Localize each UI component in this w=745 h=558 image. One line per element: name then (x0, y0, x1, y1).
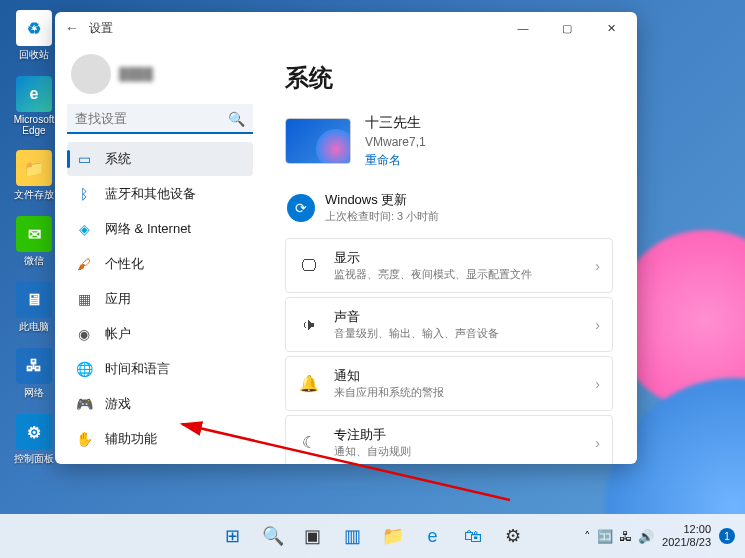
control-panel-icon: ⚙ (16, 414, 52, 450)
sidebar-item-2[interactable]: ◈ 网络 & Internet (67, 212, 253, 246)
desktop-icon-file-storage[interactable]: 📁 文件存放 (10, 150, 58, 202)
window-title: 设置 (89, 20, 113, 37)
nav-icon: ᛒ (75, 185, 93, 203)
sidebar-item-label: 网络 & Internet (105, 220, 191, 238)
clock-date: 2021/8/23 (662, 536, 711, 549)
device-model: VMware7,1 (365, 133, 426, 151)
taskbar-store[interactable]: 🛍 (455, 518, 491, 554)
sidebar-item-4[interactable]: ▦ 应用 (67, 282, 253, 316)
nav-icon: ▭ (75, 150, 93, 168)
nav-icon: 🌐 (75, 360, 93, 378)
desktop-icon-label: 文件存放 (14, 188, 54, 202)
this-pc-icon: 🖥 (16, 282, 52, 318)
close-button[interactable]: ✕ (589, 12, 633, 44)
desktop-icon-label: 回收站 (19, 48, 49, 62)
card-subtitle: 来自应用和系统的警报 (334, 385, 581, 400)
nav-icon: ▦ (75, 290, 93, 308)
desktop-icon-label: 此电脑 (19, 320, 49, 334)
card-icon: ☾ (298, 433, 320, 452)
taskbar-start[interactable]: ⊞ (215, 518, 251, 554)
desktop-icon-wechat[interactable]: ✉ 微信 (10, 216, 58, 268)
chevron-right-icon: › (595, 376, 600, 392)
desktop-icon-recycle-bin[interactable]: ♻ 回收站 (10, 10, 58, 62)
sidebar-item-1[interactable]: ᛒ 蓝牙和其他设备 (67, 177, 253, 211)
taskbar-edge[interactable]: e (415, 518, 451, 554)
sidebar-item-5[interactable]: ◉ 帐户 (67, 317, 253, 351)
update-subtitle: 上次检查时间: 3 小时前 (325, 209, 439, 224)
windows-update-row[interactable]: ⟳ Windows 更新 上次检查时间: 3 小时前 (285, 185, 613, 238)
update-icon: ⟳ (287, 194, 315, 222)
nav-icon: 🎮 (75, 395, 93, 413)
sidebar-item-0[interactable]: ▭ 系统 (67, 142, 253, 176)
clock-time: 12:00 (662, 523, 711, 536)
desktop-icon-control-panel[interactable]: ⚙ 控制面板 (10, 414, 58, 466)
search-input[interactable] (67, 104, 253, 134)
sidebar-item-label: 游戏 (105, 395, 131, 413)
nav-icon: ✋ (75, 430, 93, 448)
sidebar-item-label: 蓝牙和其他设备 (105, 185, 196, 203)
sidebar-item-label: 帐户 (105, 325, 131, 343)
search-box: 🔍 (67, 104, 253, 134)
page-heading: 系统 (285, 62, 613, 94)
content-pane: 系统 十三先生 VMware7,1 重命名 ⟳ Windows 更新 上次检查时… (265, 44, 637, 464)
tray-overflow-icon[interactable]: ˄ (584, 529, 591, 544)
sidebar-item-6[interactable]: 🌐 时间和语言 (67, 352, 253, 386)
card-icon: 🕩 (298, 316, 320, 334)
desktop-icon-label: 微信 (24, 254, 44, 268)
sidebar-item-7[interactable]: 🎮 游戏 (67, 387, 253, 421)
search-icon: 🔍 (228, 111, 245, 127)
sidebar-item-label: 个性化 (105, 255, 144, 273)
chevron-right-icon: › (595, 435, 600, 451)
desktop-icon-this-pc[interactable]: 🖥 此电脑 (10, 282, 58, 334)
recycle-bin-icon: ♻ (16, 10, 52, 46)
update-title: Windows 更新 (325, 191, 439, 209)
card-icon: 🖵 (298, 257, 320, 275)
taskbar-widgets[interactable]: ▥ (335, 518, 371, 554)
nav-icon: ◉ (75, 325, 93, 343)
sidebar-item-3[interactable]: 🖌 个性化 (67, 247, 253, 281)
taskbar-settings[interactable]: ⚙ (495, 518, 531, 554)
device-thumbnail (285, 118, 351, 164)
minimize-button[interactable]: — (501, 12, 545, 44)
desktop-icon-label: 网络 (24, 386, 44, 400)
titlebar: ← 设置 — ▢ ✕ (55, 12, 637, 44)
clock[interactable]: 12:00 2021/8/23 (662, 523, 711, 549)
settings-card-1[interactable]: 🕩 声音 音量级别、输出、输入、声音设备 › (285, 297, 613, 352)
maximize-button[interactable]: ▢ (545, 12, 589, 44)
desktop-icons: ♻ 回收站e Microsoft Edge📁 文件存放✉ 微信🖥 此电脑🖧 网络… (10, 10, 58, 466)
taskbar-center: ⊞🔍▣▥📁e🛍⚙ (215, 518, 531, 554)
microsoft-edge-icon: e (16, 76, 52, 112)
sidebar-item-9[interactable]: 🛡 隐私和安全性 (67, 457, 253, 464)
chevron-right-icon: › (595, 317, 600, 333)
avatar (71, 54, 111, 94)
settings-card-2[interactable]: 🔔 通知 来自应用和系统的警报 › (285, 356, 613, 411)
card-title: 显示 (334, 249, 581, 267)
desktop-icon-microsoft-edge[interactable]: e Microsoft Edge (10, 76, 58, 136)
sidebar-item-label: 时间和语言 (105, 360, 170, 378)
chevron-right-icon: › (595, 258, 600, 274)
taskbar-task-view[interactable]: ▣ (295, 518, 331, 554)
card-subtitle: 通知、自动规则 (334, 444, 581, 459)
sidebar-item-8[interactable]: ✋ 辅助功能 (67, 422, 253, 456)
sidebar-item-label: 系统 (105, 150, 131, 168)
volume-icon[interactable]: 🔊 (638, 529, 654, 544)
settings-card-0[interactable]: 🖵 显示 监视器、亮度、夜间模式、显示配置文件 › (285, 238, 613, 293)
nav-icon: ◈ (75, 220, 93, 238)
rename-link[interactable]: 重命名 (365, 151, 426, 169)
user-header[interactable]: ████ (67, 50, 253, 104)
taskbar: ⊞🔍▣▥📁e🛍⚙ ˄ 🈁 🖧 🔊 12:00 2021/8/23 1 (0, 514, 745, 558)
sidebar-item-label: 辅助功能 (105, 430, 157, 448)
notification-badge[interactable]: 1 (719, 528, 735, 544)
taskbar-explorer[interactable]: 📁 (375, 518, 411, 554)
ime-icon[interactable]: 🈁 (597, 529, 613, 544)
desktop-icon-label: 控制面板 (14, 452, 54, 466)
desktop-icon-network[interactable]: 🖧 网络 (10, 348, 58, 400)
settings-category-list: 🖵 显示 监视器、亮度、夜间模式、显示配置文件 ›🕩 声音 音量级别、输出、输入… (285, 238, 613, 464)
taskbar-search[interactable]: 🔍 (255, 518, 291, 554)
back-button[interactable]: ← (65, 20, 85, 36)
settings-card-3[interactable]: ☾ 专注助手 通知、自动规则 › (285, 415, 613, 464)
user-name: ████ (119, 67, 153, 81)
network-icon[interactable]: 🖧 (619, 529, 632, 544)
card-title: 声音 (334, 308, 581, 326)
card-subtitle: 监视器、亮度、夜间模式、显示配置文件 (334, 267, 581, 282)
